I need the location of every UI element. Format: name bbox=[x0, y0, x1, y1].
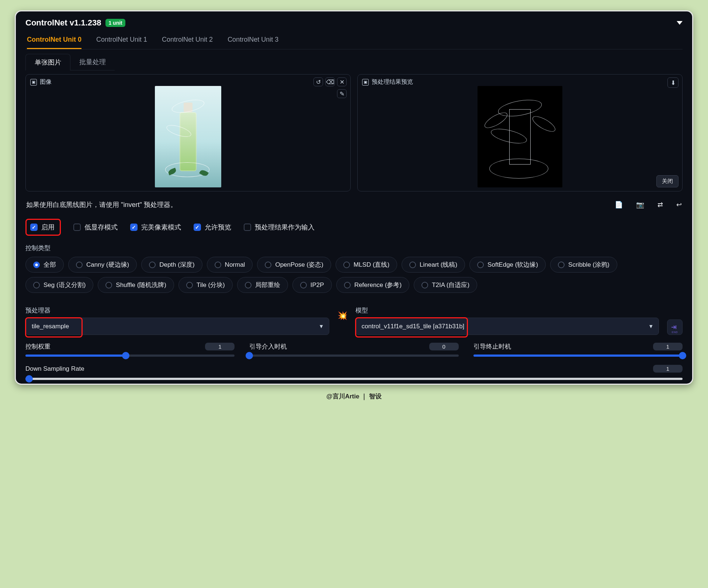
preprocess-preview-card: ▣ 预处理结果预览 ⬇ 关闭 bbox=[357, 74, 683, 191]
slider-end[interactable]: 引导终止时机 1 bbox=[473, 342, 683, 357]
controltype-option-label: 局部重绘 bbox=[255, 281, 280, 289]
allowpreview-checkbox[interactable]: 允许预览 bbox=[194, 223, 231, 232]
controltype-option[interactable]: T2IA (自适应) bbox=[414, 277, 477, 293]
controltype-option[interactable]: Reference (参考) bbox=[336, 277, 409, 293]
radio-icon bbox=[558, 262, 565, 268]
unit-badge: 1 unit bbox=[105, 19, 125, 27]
input-image-preview bbox=[155, 86, 221, 187]
weight-label: 控制权重 bbox=[25, 342, 51, 351]
slider-weight[interactable]: 控制权重 1 bbox=[25, 342, 235, 357]
enable-highlight: 启用 bbox=[25, 219, 61, 236]
image-icon: ▣ bbox=[30, 79, 37, 86]
controltype-option[interactable]: Depth (深度) bbox=[141, 257, 202, 273]
pencil-icon[interactable]: ✎ bbox=[337, 89, 347, 98]
start-track[interactable] bbox=[249, 354, 458, 357]
end-track[interactable] bbox=[473, 354, 683, 357]
radio-icon bbox=[76, 262, 83, 268]
subtab-single[interactable]: 单张图片 bbox=[25, 54, 70, 70]
preprocess-preview-image bbox=[478, 86, 562, 187]
controltype-option-label: Reference (参考) bbox=[354, 281, 402, 289]
enable-label: 启用 bbox=[41, 223, 55, 232]
controltype-option[interactable]: Shuffle (随机洗牌) bbox=[98, 277, 174, 293]
controltype-option[interactable]: Seg (语义分割) bbox=[25, 277, 93, 293]
collapse-caret-icon[interactable] bbox=[677, 21, 683, 25]
panel-title: ControlNet v1.1.238 bbox=[25, 18, 101, 28]
radio-icon bbox=[33, 282, 40, 288]
hint-row: 如果使用白底黑线图片，请使用 "invert" 预处理器。 📄 📷 ⇄ ↩ bbox=[25, 200, 683, 210]
input-image-card[interactable]: ▣ 图像 ↺ ⌫ ✕ ✎ bbox=[25, 74, 351, 191]
previewasinput-checkbox[interactable]: 预处理结果作为输入 bbox=[244, 223, 315, 232]
lowvram-checkbox[interactable]: 低显存模式 bbox=[73, 223, 118, 232]
preprocessor-select[interactable]: tile_resample ▾ bbox=[25, 318, 329, 335]
controltype-option-label: MLSD (直线) bbox=[354, 260, 389, 269]
controltype-option[interactable]: OpenPose (姿态) bbox=[257, 257, 331, 273]
radio-icon bbox=[421, 282, 428, 288]
sliders-row: 控制权重 1 引导介入时机 0 引导终止时机 1 bbox=[25, 342, 683, 357]
downsampling-track[interactable] bbox=[25, 378, 683, 380]
radio-icon bbox=[344, 282, 351, 288]
new-canvas-icon[interactable]: 📄 bbox=[615, 201, 623, 209]
end-label: 引导终止时机 bbox=[473, 342, 511, 351]
model-value: control_v11f1e_sd15_tile [a371b31b] bbox=[362, 323, 465, 330]
invert-hint: 如果使用白底黑线图片，请使用 "invert" 预处理器。 bbox=[26, 200, 177, 209]
controltype-option-label: SoftEdge (软边缘) bbox=[487, 260, 538, 269]
radio-icon bbox=[149, 262, 156, 268]
checkbox-icon bbox=[130, 224, 138, 231]
tab-unit-3[interactable]: ControlNet Unit 3 bbox=[228, 32, 278, 49]
model-select[interactable]: control_v11f1e_sd15_tile [a371b31b] ▾ bbox=[355, 318, 659, 335]
end-value[interactable]: 1 bbox=[653, 343, 683, 350]
downsampling-row[interactable]: Down Sampling Rate 1 bbox=[25, 365, 683, 380]
send-back-icon[interactable]: ↩ bbox=[676, 201, 682, 209]
camera-icon[interactable]: 📷 bbox=[636, 201, 644, 209]
chevron-down-icon: ▾ bbox=[320, 322, 323, 330]
controltype-option-label: Shuffle (随机洗牌) bbox=[116, 281, 166, 289]
controltype-option[interactable]: IP2P bbox=[292, 277, 332, 293]
tab-unit-1[interactable]: ControlNet Unit 1 bbox=[96, 32, 147, 49]
weight-value[interactable]: 1 bbox=[205, 343, 235, 350]
radio-icon bbox=[300, 282, 307, 288]
controltype-option[interactable]: Scribble (涂鸦) bbox=[550, 257, 617, 273]
start-value[interactable]: 0 bbox=[429, 343, 459, 350]
controltype-option-label: Canny (硬边缘) bbox=[86, 260, 129, 269]
undo-icon[interactable]: ↺ bbox=[313, 77, 323, 86]
controltype-option[interactable]: 局部重绘 bbox=[237, 277, 288, 293]
image-row: ▣ 图像 ↺ ⌫ ✕ ✎ ▣ 预处理结果 bbox=[25, 74, 683, 191]
close-preview-button[interactable]: 关闭 bbox=[656, 175, 678, 187]
controltype-option[interactable]: Normal bbox=[207, 257, 253, 273]
checkbox-icon bbox=[73, 224, 81, 231]
panel-header: ControlNet v1.1.238 1 unit bbox=[25, 18, 683, 31]
controltype-option-label: OpenPose (姿态) bbox=[275, 260, 323, 269]
tab-unit-2[interactable]: ControlNet Unit 2 bbox=[162, 32, 213, 49]
controltype-option-label: Lineart (线稿) bbox=[420, 260, 457, 269]
slider-start[interactable]: 引导介入时机 0 bbox=[249, 342, 458, 357]
close-icon[interactable]: ✕ bbox=[337, 77, 347, 86]
weight-track[interactable] bbox=[25, 354, 235, 357]
download-icon[interactable]: ⬇ bbox=[667, 77, 678, 88]
pixelperfect-checkbox[interactable]: 完美像素模式 bbox=[130, 223, 181, 232]
controltype-option-label: Tile (分块) bbox=[197, 281, 225, 289]
controltype-option-label: Scribble (涂鸦) bbox=[568, 260, 609, 269]
subtab-batch[interactable]: 批量处理 bbox=[70, 54, 115, 70]
preprocessor-label: 预处理器 bbox=[25, 306, 329, 315]
start-label: 引导介入时机 bbox=[249, 342, 287, 351]
enable-checkbox[interactable]: 启用 bbox=[30, 223, 55, 232]
controltype-option-label: IP2P bbox=[310, 281, 324, 289]
go-end-button[interactable]: END bbox=[667, 319, 683, 335]
controltype-option[interactable]: SoftEdge (软边缘) bbox=[469, 257, 546, 273]
tab-unit-0[interactable]: ControlNet Unit 0 bbox=[27, 32, 81, 49]
controltype-option[interactable]: Lineart (线稿) bbox=[402, 257, 465, 273]
controltype-option[interactable]: Canny (硬边缘) bbox=[68, 257, 137, 273]
controltype-option[interactable]: 全部 bbox=[25, 257, 64, 273]
swap-icon[interactable]: ⇄ bbox=[657, 201, 663, 209]
erase-icon[interactable]: ⌫ bbox=[325, 77, 335, 86]
preprocess-preview-label: 预处理结果预览 bbox=[372, 78, 413, 86]
pixelperfect-label: 完美像素模式 bbox=[141, 223, 181, 232]
radio-icon bbox=[215, 262, 221, 268]
radio-icon bbox=[105, 282, 112, 288]
downsampling-value[interactable]: 1 bbox=[653, 365, 683, 373]
image-icon: ▣ bbox=[362, 79, 369, 86]
run-preprocessor-button[interactable]: 💥 bbox=[337, 311, 347, 321]
controltype-option[interactable]: MLSD (直线) bbox=[336, 257, 397, 273]
subtabs: 单张图片 批量处理 bbox=[25, 54, 683, 70]
controltype-option[interactable]: Tile (分块) bbox=[178, 277, 233, 293]
